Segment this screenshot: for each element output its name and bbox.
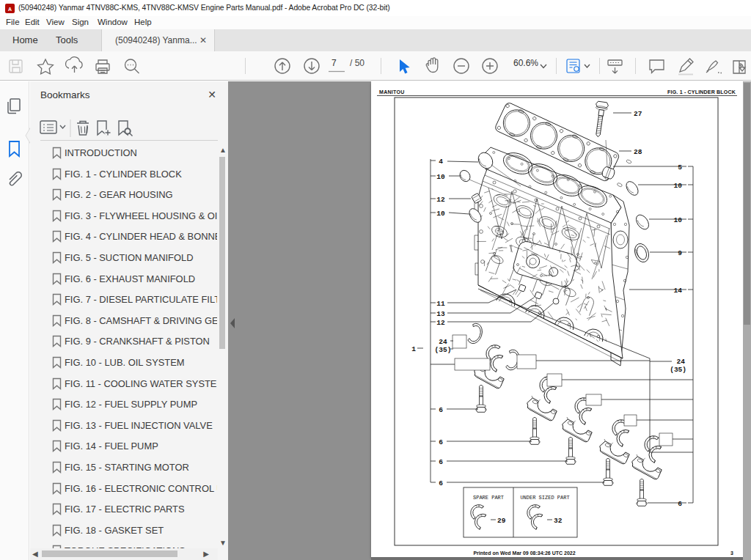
svg-text:13: 13 xyxy=(436,310,445,318)
svg-text:24: 24 xyxy=(439,338,447,346)
svg-text:32: 32 xyxy=(554,517,563,525)
svg-text:5: 5 xyxy=(678,163,682,172)
svg-text:6: 6 xyxy=(439,406,443,414)
svg-text:10: 10 xyxy=(674,216,683,224)
svg-text:A: A xyxy=(8,7,12,12)
svg-text:10: 10 xyxy=(674,182,683,190)
svg-text:12: 12 xyxy=(436,319,445,327)
svg-text:4: 4 xyxy=(439,158,443,166)
svg-text:Printed on Wed Mar 09 08:34:2: Printed on Wed Mar 09 08:34:26 UTC 2022 xyxy=(473,550,575,556)
svg-text:29: 29 xyxy=(497,517,506,525)
svg-text:(35): (35) xyxy=(435,346,452,354)
svg-text:12: 12 xyxy=(436,196,445,204)
svg-text:9: 9 xyxy=(678,249,682,257)
svg-text:6: 6 xyxy=(439,479,443,487)
svg-text:10: 10 xyxy=(436,210,445,218)
svg-text:MANITOU: MANITOU xyxy=(379,89,405,95)
svg-text:6: 6 xyxy=(678,500,682,508)
svg-text:6: 6 xyxy=(439,458,443,466)
svg-text:UNDER SIZED PART: UNDER SIZED PART xyxy=(520,495,569,501)
svg-text:11: 11 xyxy=(436,300,445,308)
svg-text:14: 14 xyxy=(674,287,683,295)
svg-text:28: 28 xyxy=(634,148,642,156)
svg-text:SPARE PART: SPARE PART xyxy=(473,495,504,501)
svg-text:27: 27 xyxy=(634,110,642,118)
svg-text:6: 6 xyxy=(439,438,443,446)
svg-text:FIG. 1 - CYLINDER BLOCK: FIG. 1 - CYLINDER BLOCK xyxy=(667,89,736,95)
svg-text:10: 10 xyxy=(436,173,445,181)
svg-text:(35): (35) xyxy=(670,366,686,374)
svg-text:1: 1 xyxy=(411,345,416,353)
svg-text:3: 3 xyxy=(730,550,733,556)
svg-text:24: 24 xyxy=(677,358,686,366)
